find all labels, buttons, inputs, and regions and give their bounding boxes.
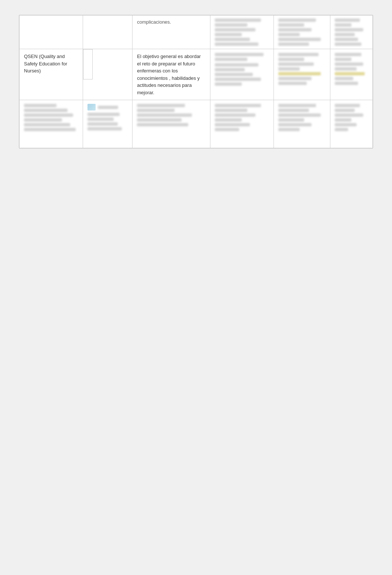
cell-bottom-3 <box>133 100 210 148</box>
main-table: complicaciones. <box>19 15 373 148</box>
complicaciones-text: complicaciones. <box>137 19 171 25</box>
table-row <box>20 100 373 148</box>
cell-bottom-6 <box>330 100 373 148</box>
page-container: complicaciones. <box>19 15 373 149</box>
cell-bottom-5 <box>274 100 330 148</box>
cell-description: El objetivo general es abordar el reto d… <box>133 49 210 100</box>
table-wrapper: complicaciones. <box>19 15 373 148</box>
cell-top-2 <box>83 16 133 49</box>
small-thumbnail <box>87 104 96 110</box>
cell-bottom-2 <box>83 100 133 148</box>
table-row: QSEN (Quality and Safety Education for N… <box>20 49 373 100</box>
cell-main-6 <box>330 49 373 100</box>
cell-main-5 <box>274 49 330 100</box>
cell-top-5 <box>274 16 330 49</box>
description-text: El objetivo general es abordar el reto d… <box>137 54 201 95</box>
cell-main-4 <box>210 49 274 100</box>
qsen-title: QSEN (Quality and Safety Education for N… <box>24 54 67 74</box>
cell-thumbnail <box>83 49 93 79</box>
cell-top-6 <box>330 16 373 49</box>
cell-top-3: complicaciones. <box>133 16 210 49</box>
cell-main-title: QSEN (Quality and Safety Education for N… <box>20 49 83 100</box>
table-row: complicaciones. <box>20 16 373 49</box>
cell-bottom-1 <box>20 100 83 148</box>
cell-top-1 <box>20 16 83 49</box>
cell-bottom-4 <box>210 100 274 148</box>
cell-top-4 <box>210 16 274 49</box>
